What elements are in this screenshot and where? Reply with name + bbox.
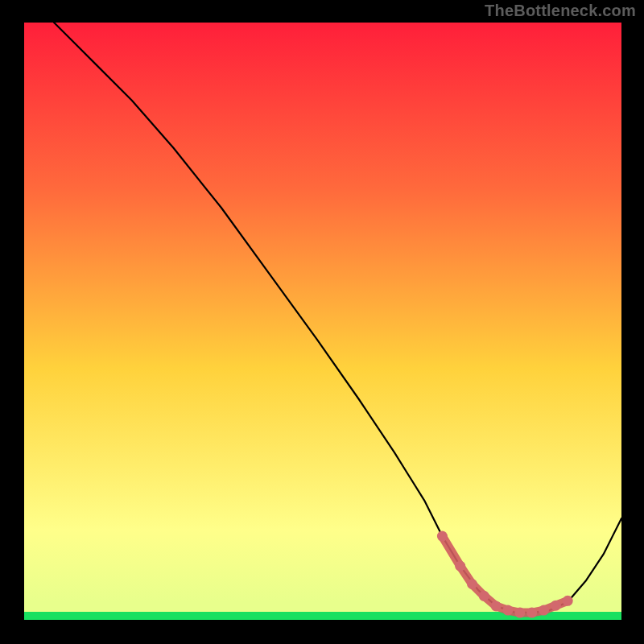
bottleneck-chart <box>0 0 644 644</box>
optimal-range-marker <box>479 591 489 601</box>
optimal-range-marker <box>551 601 561 611</box>
plot-background <box>24 23 621 620</box>
optimal-range-marker <box>455 561 465 572</box>
optimal-range-marker <box>491 601 502 611</box>
optimal-range-marker <box>437 531 448 542</box>
optimal-range-marker <box>514 608 525 618</box>
optimal-range-marker <box>526 608 537 618</box>
optimal-range-marker <box>467 579 477 589</box>
optimal-range-marker <box>563 596 573 606</box>
attribution-label: TheBottleneck.com <box>485 2 636 20</box>
optimal-range-marker <box>503 605 514 616</box>
optimal-range-marker <box>539 605 549 616</box>
